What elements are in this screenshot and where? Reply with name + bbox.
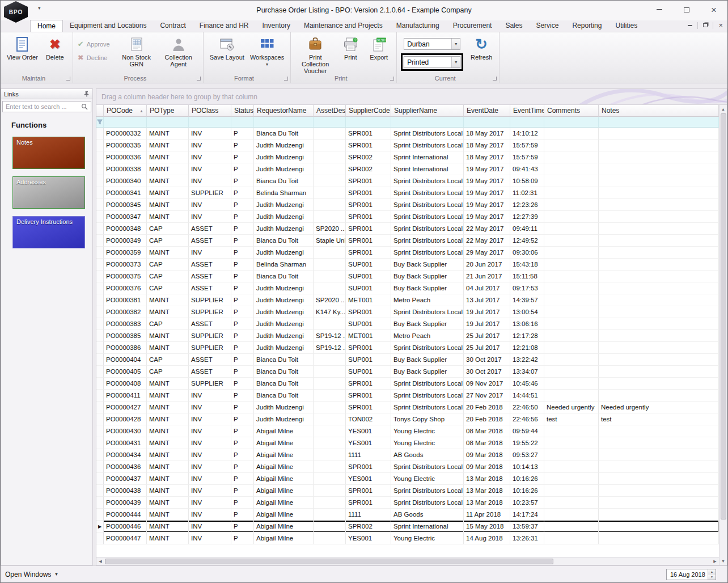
cell-requestorname[interactable]: Judith Mudzengi <box>254 151 314 163</box>
cell-eventdate[interactable]: 13 Mar 2018 <box>464 473 510 485</box>
cell-assetdesc[interactable] <box>314 378 346 390</box>
table-row[interactable]: PO0000405CAPASSETPBianca Du ToitSUP001Bu… <box>96 366 719 378</box>
cell-notes[interactable] <box>599 187 719 199</box>
cell-notes[interactable] <box>599 211 719 223</box>
horizontal-scrollbar-thumb[interactable] <box>105 559 553 564</box>
chevron-down-icon[interactable]: ▼ <box>451 57 460 67</box>
cell-eventdate[interactable]: 13 Jul 2017 <box>464 294 510 306</box>
filter-cell-assetdesc[interactable] <box>314 117 346 128</box>
cell-requestorname[interactable]: Judith Mudzengi <box>254 294 314 306</box>
table-row[interactable]: PO0000386MAINTSUPPLIERPJudith MudzengiSP… <box>96 342 719 354</box>
cell-pocode[interactable]: PO0000345 <box>104 199 147 211</box>
cell-suppliername[interactable]: AB Goods <box>391 509 464 521</box>
cell-requestorname[interactable]: Judith Mudzengi <box>254 140 314 151</box>
cell-suppliercode[interactable]: YES001 <box>346 533 391 544</box>
dialog-launcher-icon[interactable] <box>390 77 394 81</box>
cell-poclass[interactable]: ASSET <box>189 366 231 378</box>
column-header-status[interactable]: Status <box>231 105 254 117</box>
column-header-comments[interactable]: Comments <box>544 105 599 117</box>
cell-eventdate[interactable]: 11 Apr 2018 <box>464 509 510 521</box>
table-row[interactable]: PO0000373CAPASSETPBelinda SharmanSUP001B… <box>96 259 719 271</box>
table-row[interactable]: PO0000434MAINTINVPAbigail Milne1111AB Go… <box>96 449 719 461</box>
column-header-potype[interactable]: POType <box>147 105 189 117</box>
cell-suppliercode[interactable]: 1111 <box>346 509 391 521</box>
cell-eventtime[interactable]: 10:16:26 <box>510 485 544 497</box>
cell-poclass[interactable]: INV <box>189 533 231 544</box>
table-row[interactable]: PO0000349CAPASSETPBianca Du ToitStaple U… <box>96 235 719 247</box>
table-row[interactable]: PO0000427MAINTINVPJudith MudzengiSPR001S… <box>96 402 719 413</box>
cell-comments[interactable] <box>544 294 599 306</box>
cell-assetdesc[interactable] <box>314 175 346 187</box>
cell-potype[interactable]: MAINT <box>147 306 189 318</box>
cell-comments[interactable] <box>544 306 599 318</box>
table-row[interactable]: PO0000336MAINTINVPJudith MudzengiSPR002S… <box>96 151 719 163</box>
cell-pocode[interactable]: PO0000434 <box>104 449 147 461</box>
cell-notes[interactable] <box>599 521 719 533</box>
cell-status[interactable]: P <box>231 497 254 509</box>
cell-pocode[interactable]: PO0000427 <box>104 402 147 413</box>
cell-suppliername[interactable]: Buy Back Supplier <box>391 282 464 294</box>
cell-poclass[interactable]: SUPPLIER <box>189 187 231 199</box>
cell-suppliercode[interactable]: SUP001 <box>346 271 391 282</box>
cell-poclass[interactable]: INV <box>189 175 231 187</box>
chevron-down-icon[interactable]: ▼ <box>451 39 460 49</box>
cell-poclass[interactable]: ASSET <box>189 271 231 282</box>
cell-assetdesc[interactable] <box>314 473 346 485</box>
cell-pocode[interactable]: PO0000375 <box>104 271 147 282</box>
cell-eventtime[interactable]: 13:00:54 <box>510 306 544 318</box>
table-row[interactable]: PO0000383CAPASSETPJudith MudzengiSUP001B… <box>96 318 719 330</box>
cell-comments[interactable] <box>544 354 599 366</box>
cell-requestorname[interactable]: Judith Mudzengi <box>254 413 314 425</box>
cell-assetdesc[interactable] <box>314 318 346 330</box>
cell-eventtime[interactable]: 09:59:44 <box>510 425 544 437</box>
cell-suppliercode[interactable]: SPR001 <box>346 485 391 497</box>
cell-notes[interactable] <box>599 282 719 294</box>
cell-potype[interactable]: MAINT <box>147 342 189 354</box>
cell-assetdesc[interactable] <box>314 497 346 509</box>
non-stock-grn-button[interactable]: Non Stock GRN <box>117 34 156 67</box>
tab-manufacturing[interactable]: Manufacturing <box>390 20 446 32</box>
cell-suppliername[interactable]: Sprint Distributors Local <box>391 461 464 473</box>
cell-poclass[interactable]: INV <box>189 473 231 485</box>
table-row[interactable]: PO0000359MAINTINVPJudith MudzengiSPR001S… <box>96 247 719 259</box>
cell-comments[interactable] <box>544 473 599 485</box>
cell-poclass[interactable]: INV <box>189 425 231 437</box>
cell-notes[interactable] <box>599 294 719 306</box>
cell-status[interactable]: P <box>231 235 254 247</box>
mdi-minimize-button[interactable] <box>688 25 692 26</box>
table-row[interactable]: PO0000437MAINTINVPAbigail MilneYES001You… <box>96 473 719 485</box>
cell-requestorname[interactable]: Abigail Milne <box>254 473 314 485</box>
cell-notes[interactable] <box>599 449 719 461</box>
mdi-close-button[interactable]: × <box>718 22 723 29</box>
cell-poclass[interactable]: INV <box>189 521 231 533</box>
cell-suppliername[interactable]: Buy Back Supplier <box>391 271 464 282</box>
cell-eventtime[interactable]: 09:41:43 <box>510 163 544 175</box>
cell-suppliername[interactable]: Sprint International <box>391 521 464 533</box>
cell-poclass[interactable]: ASSET <box>189 282 231 294</box>
cell-potype[interactable]: MAINT <box>147 175 189 187</box>
cell-comments[interactable] <box>544 437 599 449</box>
cell-status[interactable]: P <box>231 521 254 533</box>
cell-assetdesc[interactable]: SP2020 ... <box>314 223 346 235</box>
cell-potype[interactable]: CAP <box>147 271 189 282</box>
cell-eventtime[interactable]: 12:21:08 <box>510 342 544 354</box>
cell-eventtime[interactable]: 22:46:50 <box>510 402 544 413</box>
cell-pocode[interactable]: PO0000381 <box>104 294 147 306</box>
filter-icon[interactable] <box>96 117 104 128</box>
cell-suppliercode[interactable]: SPR001 <box>346 223 391 235</box>
cell-assetdesc[interactable] <box>314 199 346 211</box>
table-row-selected[interactable]: ▶PO0000446MAINTINVPAbigail MilneSPR002Sp… <box>96 521 719 533</box>
cell-requestorname[interactable]: Abigail Milne <box>254 437 314 449</box>
cell-suppliername[interactable]: Sprint Distributors Local <box>391 140 464 151</box>
cell-poclass[interactable]: INV <box>189 497 231 509</box>
cell-status[interactable]: P <box>231 151 254 163</box>
cell-suppliercode[interactable]: YES001 <box>346 437 391 449</box>
cell-suppliername[interactable]: Sprint Distributors Local <box>391 342 464 354</box>
cell-pocode[interactable]: PO0000359 <box>104 247 147 259</box>
cell-suppliercode[interactable]: SUP001 <box>346 366 391 378</box>
cell-potype[interactable]: MAINT <box>147 390 189 402</box>
cell-suppliercode[interactable]: YES001 <box>346 425 391 437</box>
cell-status[interactable]: P <box>231 509 254 521</box>
cell-suppliercode[interactable]: SPR001 <box>346 378 391 390</box>
cell-assetdesc[interactable] <box>314 282 346 294</box>
